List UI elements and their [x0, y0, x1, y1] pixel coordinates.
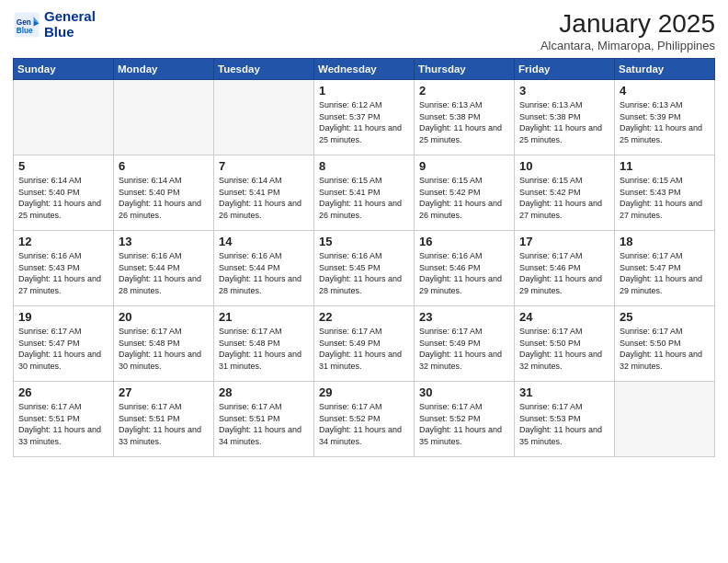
calendar-cell: 4Sunrise: 6:13 AM Sunset: 5:39 PM Daylig…: [615, 80, 715, 155]
calendar-cell: 25Sunrise: 6:17 AM Sunset: 5:50 PM Dayli…: [615, 306, 715, 382]
calendar-cell: 11Sunrise: 6:15 AM Sunset: 5:43 PM Dayli…: [615, 155, 715, 231]
calendar-cell: 28Sunrise: 6:17 AM Sunset: 5:51 PM Dayli…: [214, 382, 314, 457]
day-info: Sunrise: 6:15 AM Sunset: 5:42 PM Dayligh…: [419, 175, 509, 221]
day-number: 19: [18, 310, 108, 324]
header-monday: Monday: [114, 59, 214, 80]
day-info: Sunrise: 6:17 AM Sunset: 5:46 PM Dayligh…: [519, 250, 609, 296]
day-info: Sunrise: 6:16 AM Sunset: 5:43 PM Dayligh…: [18, 250, 108, 296]
day-number: 27: [119, 385, 209, 399]
calendar-cell: 18Sunrise: 6:17 AM Sunset: 5:47 PM Dayli…: [615, 231, 715, 306]
calendar-cell: 14Sunrise: 6:16 AM Sunset: 5:44 PM Dayli…: [214, 231, 314, 306]
day-info: Sunrise: 6:16 AM Sunset: 5:44 PM Dayligh…: [119, 250, 209, 296]
logo-line2: Blue: [44, 25, 96, 40]
page: Gen Blue General Blue January 2025 Alcan…: [0, 0, 728, 563]
day-info: Sunrise: 6:13 AM Sunset: 5:39 PM Dayligh…: [620, 99, 710, 145]
calendar-cell: [214, 80, 314, 155]
day-info: Sunrise: 6:17 AM Sunset: 5:50 PM Dayligh…: [519, 326, 609, 372]
calendar-cell: 6Sunrise: 6:14 AM Sunset: 5:40 PM Daylig…: [114, 155, 214, 231]
day-number: 8: [319, 159, 409, 173]
calendar-cell: 23Sunrise: 6:17 AM Sunset: 5:49 PM Dayli…: [415, 306, 515, 382]
logo-line1: General: [44, 9, 96, 25]
calendar-cell: 27Sunrise: 6:17 AM Sunset: 5:51 PM Dayli…: [114, 382, 214, 457]
day-info: Sunrise: 6:17 AM Sunset: 5:52 PM Dayligh…: [419, 401, 509, 447]
day-info: Sunrise: 6:14 AM Sunset: 5:41 PM Dayligh…: [219, 175, 309, 221]
title-block: January 2025 Alcantara, Mimaropa, Philip…: [540, 9, 715, 52]
weekday-header-row: Sunday Monday Tuesday Wednesday Thursday…: [14, 59, 715, 80]
logo-icon: Gen Blue: [13, 11, 40, 39]
day-number: 21: [219, 310, 309, 324]
day-number: 7: [219, 159, 309, 173]
calendar-cell: 2Sunrise: 6:13 AM Sunset: 5:38 PM Daylig…: [415, 80, 515, 155]
day-number: 1: [319, 84, 409, 98]
calendar-cell: 3Sunrise: 6:13 AM Sunset: 5:38 PM Daylig…: [515, 80, 615, 155]
day-info: Sunrise: 6:14 AM Sunset: 5:40 PM Dayligh…: [119, 175, 209, 221]
calendar-cell: 8Sunrise: 6:15 AM Sunset: 5:41 PM Daylig…: [314, 155, 415, 231]
calendar-week-3: 12Sunrise: 6:16 AM Sunset: 5:43 PM Dayli…: [14, 231, 715, 306]
day-number: 14: [219, 235, 309, 248]
day-info: Sunrise: 6:13 AM Sunset: 5:38 PM Dayligh…: [419, 99, 509, 145]
svg-text:Gen: Gen: [17, 18, 31, 27]
day-number: 22: [319, 310, 409, 324]
day-info: Sunrise: 6:15 AM Sunset: 5:41 PM Dayligh…: [319, 175, 409, 221]
day-info: Sunrise: 6:17 AM Sunset: 5:48 PM Dayligh…: [219, 326, 309, 372]
calendar-cell: 26Sunrise: 6:17 AM Sunset: 5:51 PM Dayli…: [14, 382, 114, 457]
day-info: Sunrise: 6:16 AM Sunset: 5:46 PM Dayligh…: [419, 250, 509, 296]
day-info: Sunrise: 6:17 AM Sunset: 5:53 PM Dayligh…: [519, 401, 609, 447]
day-info: Sunrise: 6:17 AM Sunset: 5:49 PM Dayligh…: [419, 326, 509, 372]
calendar-cell: 24Sunrise: 6:17 AM Sunset: 5:50 PM Dayli…: [515, 306, 615, 382]
day-number: 31: [519, 385, 609, 399]
calendar-cell: 22Sunrise: 6:17 AM Sunset: 5:49 PM Dayli…: [314, 306, 415, 382]
header: Gen Blue General Blue January 2025 Alcan…: [13, 9, 715, 52]
calendar-cell: 12Sunrise: 6:16 AM Sunset: 5:43 PM Dayli…: [14, 231, 114, 306]
calendar-cell: 9Sunrise: 6:15 AM Sunset: 5:42 PM Daylig…: [415, 155, 515, 231]
day-number: 16: [419, 235, 509, 248]
day-info: Sunrise: 6:15 AM Sunset: 5:42 PM Dayligh…: [519, 175, 609, 221]
day-number: 12: [18, 235, 108, 248]
day-number: 2: [419, 84, 509, 98]
calendar-cell: 15Sunrise: 6:16 AM Sunset: 5:45 PM Dayli…: [314, 231, 415, 306]
day-number: 26: [18, 385, 108, 399]
day-number: 17: [519, 235, 609, 248]
location: Alcantara, Mimaropa, Philippines: [540, 39, 715, 52]
logo-text: General Blue: [44, 9, 96, 40]
day-info: Sunrise: 6:16 AM Sunset: 5:44 PM Dayligh…: [219, 250, 309, 296]
day-number: 23: [419, 310, 509, 324]
calendar-cell: 29Sunrise: 6:17 AM Sunset: 5:52 PM Dayli…: [314, 382, 415, 457]
day-number: 24: [519, 310, 609, 324]
day-number: 15: [319, 235, 409, 248]
day-info: Sunrise: 6:17 AM Sunset: 5:50 PM Dayligh…: [620, 326, 710, 372]
calendar-week-5: 26Sunrise: 6:17 AM Sunset: 5:51 PM Dayli…: [14, 382, 715, 457]
calendar-week-1: 1Sunrise: 6:12 AM Sunset: 5:37 PM Daylig…: [14, 80, 715, 155]
calendar-cell: 16Sunrise: 6:16 AM Sunset: 5:46 PM Dayli…: [415, 231, 515, 306]
day-number: 28: [219, 385, 309, 399]
day-number: 9: [419, 159, 509, 173]
day-info: Sunrise: 6:15 AM Sunset: 5:43 PM Dayligh…: [620, 175, 710, 221]
svg-text:Blue: Blue: [17, 27, 33, 35]
day-info: Sunrise: 6:17 AM Sunset: 5:47 PM Dayligh…: [18, 326, 108, 372]
header-wednesday: Wednesday: [314, 59, 415, 80]
day-number: 20: [119, 310, 209, 324]
day-info: Sunrise: 6:17 AM Sunset: 5:49 PM Dayligh…: [319, 326, 409, 372]
day-number: 13: [119, 235, 209, 248]
day-number: 5: [18, 159, 108, 173]
logo: Gen Blue General Blue: [13, 9, 96, 40]
calendar-week-4: 19Sunrise: 6:17 AM Sunset: 5:47 PM Dayli…: [14, 306, 715, 382]
day-info: Sunrise: 6:17 AM Sunset: 5:52 PM Dayligh…: [319, 401, 409, 447]
day-info: Sunrise: 6:17 AM Sunset: 5:51 PM Dayligh…: [219, 401, 309, 447]
month-title: January 2025: [540, 9, 715, 39]
calendar-cell: 21Sunrise: 6:17 AM Sunset: 5:48 PM Dayli…: [214, 306, 314, 382]
day-info: Sunrise: 6:17 AM Sunset: 5:51 PM Dayligh…: [18, 401, 108, 447]
header-saturday: Saturday: [615, 59, 715, 80]
day-number: 25: [620, 310, 710, 324]
header-thursday: Thursday: [415, 59, 515, 80]
day-info: Sunrise: 6:14 AM Sunset: 5:40 PM Dayligh…: [18, 175, 108, 221]
calendar-cell: 17Sunrise: 6:17 AM Sunset: 5:46 PM Dayli…: [515, 231, 615, 306]
calendar-cell: 10Sunrise: 6:15 AM Sunset: 5:42 PM Dayli…: [515, 155, 615, 231]
header-tuesday: Tuesday: [214, 59, 314, 80]
day-number: 11: [620, 159, 710, 173]
day-info: Sunrise: 6:12 AM Sunset: 5:37 PM Dayligh…: [319, 99, 409, 145]
day-info: Sunrise: 6:17 AM Sunset: 5:47 PM Dayligh…: [620, 250, 710, 296]
calendar-cell: [114, 80, 214, 155]
calendar-cell: 5Sunrise: 6:14 AM Sunset: 5:40 PM Daylig…: [14, 155, 114, 231]
calendar-table: Sunday Monday Tuesday Wednesday Thursday…: [13, 58, 715, 457]
